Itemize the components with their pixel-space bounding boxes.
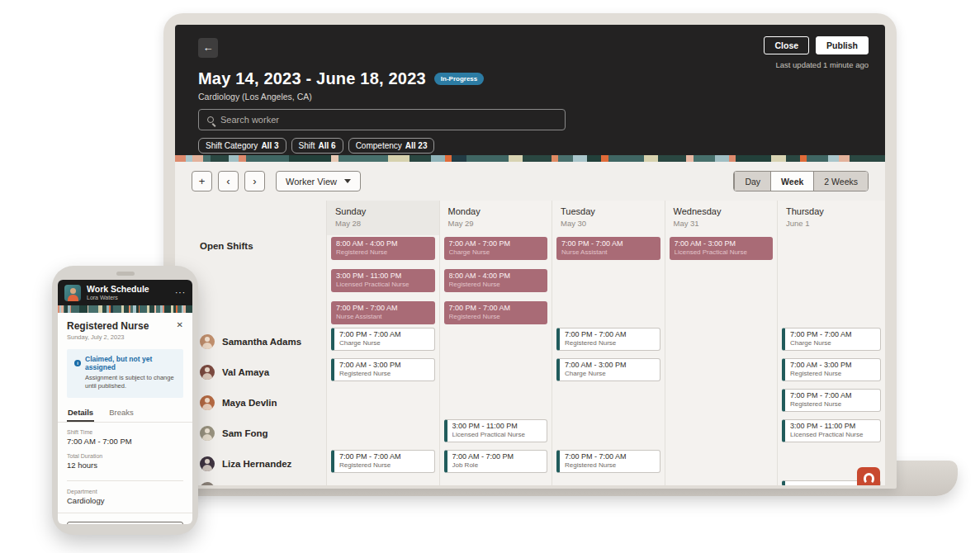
worker-name: Liza Hernandez [222, 459, 291, 469]
filter-chip[interactable]: Shift All 6 [291, 138, 343, 154]
title-row: May 14, 2023 - June 18, 2023 In-Progress [198, 25, 862, 88]
next-button[interactable]: › [244, 171, 265, 191]
back-button[interactable]: ← [198, 38, 218, 58]
view-selector-dropdown[interactable]: Worker View [276, 171, 361, 191]
view-mode-button[interactable]: Week [770, 172, 813, 191]
shift-field: Shift Time 7:00 AM - 7:00 PM [67, 429, 183, 446]
open-shift-card[interactable]: 3:00 PM - 11:00 PM Licensed Practical Nu… [331, 269, 435, 292]
shift-role: Registered Nurse [339, 370, 429, 378]
open-shifts-cell: 7:00 AM - 3:00 PM Licensed Practical Nur… [665, 235, 778, 326]
open-shift-card[interactable]: 7:00 AM - 3:00 PM Licensed Practical Nur… [670, 237, 774, 260]
partial-worker-avatar [200, 482, 215, 485]
view-mode-button[interactable]: Day [734, 172, 770, 191]
worker-shift-cell: 7:00 AM - 7:00 PM Job Role [440, 448, 552, 479]
day-date: May 29 [448, 219, 552, 228]
filter-chip[interactable]: Competency All 23 [348, 138, 435, 154]
names-spacer [175, 201, 326, 235]
calendar-grid: Open Shifts Samantha Adams Val Amaya [175, 201, 885, 485]
withdraw-button[interactable]: Withdraw [67, 522, 183, 524]
shift-role: Registered Nurse [449, 281, 543, 289]
worker-avatar [200, 426, 215, 441]
claim-status-title: Claimed, but not yet assigned [85, 355, 176, 371]
user-avatar [64, 285, 81, 301]
worker-shift-cell [665, 418, 778, 448]
calendar-toolbar: + ‹ › Worker View Day Week 2 Weeks [175, 162, 885, 201]
shift-fields: Shift Time 7:00 AM - 7:00 PM Total Durat… [67, 423, 183, 505]
decorative-banner [175, 155, 885, 162]
shift-role: Registered Nurse [790, 400, 875, 409]
shift-time: 3:00 PM - 11:00 PM [790, 422, 875, 431]
assigned-shift-card[interactable]: 7:00 PM - 7:00 AM Registered Nurse [556, 450, 660, 473]
worker-shift-cell: 7:00 PM - 7:00 AM Registered Nurse [552, 448, 665, 479]
shift-time: 7:00 PM - 7:00 AM [449, 304, 543, 313]
filter-chip[interactable]: Shift Category All 3 [198, 138, 286, 154]
assigned-shift-card[interactable]: 7:00 PM - 7:00 AM Registered Nurse [782, 389, 881, 412]
worker-avatar [200, 365, 215, 380]
day-header: Wednesday May 31 [665, 201, 778, 235]
field-value: Cardiology [67, 496, 183, 505]
search-input[interactable] [220, 115, 556, 125]
view-selector-label: Worker View [286, 177, 337, 187]
filter-chip-value: All 6 [319, 141, 336, 150]
assigned-shift-card[interactable]: 7:00 AM - 3:00 PM Registered Nurse [331, 358, 435, 381]
filter-chip-label: Competency [356, 141, 402, 150]
worker-shift-cell [327, 418, 439, 448]
claim-status-head: i Claimed, but not yet assigned [74, 355, 176, 371]
chevron-down-icon [344, 179, 351, 183]
publish-button[interactable]: Publish [816, 36, 869, 54]
open-shift-card[interactable]: 7:00 AM - 7:00 PM Charge Nurse [444, 237, 548, 260]
assigned-shift-card[interactable]: 7:00 PM - 7:00 AM Registered Nurse [556, 328, 660, 351]
close-button[interactable]: Close [764, 36, 809, 54]
shift-time: 7:00 PM - 7:00 AM [565, 452, 655, 461]
chat-widget-button[interactable] [857, 467, 880, 485]
prev-button[interactable]: ‹ [218, 171, 239, 191]
search-box[interactable] [198, 109, 566, 130]
open-shift-card[interactable]: 7:00 PM - 7:00 AM Registered Nurse [444, 301, 548, 324]
shift-role: Charge Nurse [339, 339, 429, 347]
worker-name: Sam Fong [222, 428, 268, 438]
header-actions: Close Publish [764, 36, 869, 54]
open-shift-card[interactable]: 8:00 AM - 4:00 PM Registered Nurse [331, 237, 435, 260]
assigned-shift-card[interactable]: 7:00 AM - 3:00 PM Registered Nurse [782, 358, 881, 381]
phone-tabs: Details Breaks [67, 408, 183, 422]
search-icon [207, 116, 214, 123]
shift-role: Charge Nurse [565, 370, 655, 378]
overflow-menu-icon[interactable]: ··· [175, 288, 186, 297]
day-column: Sunday May 28 8:00 AM - 4:00 PM Register… [326, 201, 439, 485]
shift-title: Registered Nurse [67, 320, 177, 332]
laptop-frame: ← Close Publish Last updated 1 minute ag… [163, 13, 897, 489]
assigned-shift-card[interactable]: 7:00 PM - 7:00 AM Charge Nurse [331, 328, 435, 351]
day-header: Thursday June 1 [778, 201, 885, 235]
add-shift-button[interactable]: + [192, 171, 212, 191]
worker-shift-cell: 3:00 PM - 11:00 PM Licensed Practical Nu… [440, 418, 552, 448]
open-shift-card[interactable]: 7:00 PM - 7:00 AM Nurse Assistant [331, 301, 435, 324]
worker-shift-cell: 7:00 AM - 3:00 PM Registered Nurse [778, 357, 885, 387]
phone-user-name: Lora Waters [87, 294, 169, 301]
schedule-title: May 14, 2023 - June 18, 2023 [198, 69, 426, 88]
phone-tab[interactable]: Details [67, 408, 94, 422]
worker-shift-cell [440, 357, 552, 387]
worker-shift-cell: 7:00 PM - 7:00 AM Charge Nurse [778, 326, 885, 357]
phone-tab[interactable]: Breaks [108, 408, 135, 422]
assigned-shift-card[interactable]: 7:00 PM - 7:00 AM Registered Nurse [331, 450, 435, 473]
close-icon[interactable]: ✕ [177, 320, 183, 329]
assigned-shift-card[interactable]: 7:00 AM - 3:00 PM Charge Nurse [556, 358, 660, 381]
page: ← Close Publish Last updated 1 minute ag… [0, 0, 980, 553]
view-mode-button[interactable]: 2 Weeks [813, 172, 868, 191]
worker-shift-cell [665, 448, 778, 479]
assigned-shift-card[interactable]: 3:00 PM - 11:00 PM Licensed Practical Nu… [782, 419, 881, 442]
open-shift-card[interactable]: 7:00 PM - 7:00 AM Nurse Assistant [556, 237, 660, 260]
open-shifts-cell: 7:00 PM - 7:00 AM Nurse Assistant [552, 235, 665, 326]
shift-role: Registered Nurse [790, 370, 875, 378]
assigned-shift-card[interactable]: 7:00 AM - 7:00 PM Job Role [444, 450, 548, 473]
scheduling-app-window: ← Close Publish Last updated 1 minute ag… [175, 25, 885, 485]
filter-chip-value: All 23 [405, 141, 428, 150]
assigned-shift-card[interactable]: 3:00 PM - 11:00 PM Licensed Practical Nu… [444, 419, 548, 442]
assigned-shift-card[interactable]: 7:00 PM - 7:00 AM Charge Nurse [782, 328, 881, 351]
open-shift-card[interactable]: 8:00 AM - 4:00 PM Registered Nurse [444, 269, 548, 292]
shift-time: 7:00 PM - 7:00 AM [565, 330, 655, 339]
shift-time: 7:00 PM - 7:00 AM [561, 239, 656, 248]
phone-shift-detail: Registered Nurse ✕ Sunday, July 2, 2023 … [58, 313, 192, 524]
worker-shift-cell: 7:00 AM - 3:00 PM Charge Nurse [552, 357, 665, 387]
field-value: 7:00 AM - 7:00 PM [67, 437, 183, 446]
